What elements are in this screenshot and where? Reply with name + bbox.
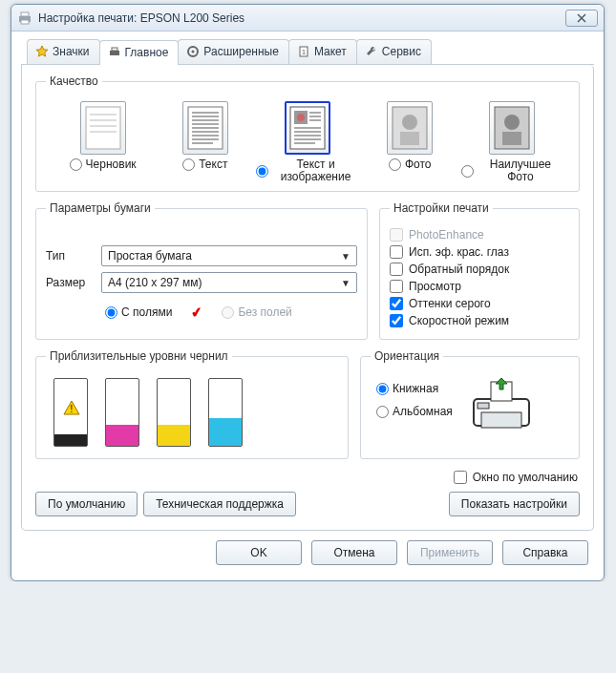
tab-layout[interactable]: 1 Макет bbox=[288, 39, 357, 64]
tab-label: Расширенные bbox=[203, 45, 279, 58]
help-button[interactable]: Справка bbox=[502, 540, 588, 565]
chevron-down-icon: ▼ bbox=[341, 251, 350, 262]
paper-group: Параметры бумаги Тип Простая бумага ▼ Ра… bbox=[35, 201, 368, 340]
tab-main[interactable]: Главное bbox=[99, 40, 180, 65]
dialog-body: Значки Главное Расширенные 1 Макет Серви… bbox=[11, 32, 604, 580]
quality-group: Качество Черновик Текст bbox=[35, 74, 580, 192]
window-title: Настройка печати: EPSON L200 Series bbox=[38, 11, 565, 25]
chk-reverse[interactable]: Обратный порядок bbox=[390, 263, 569, 276]
ink-group: Приблизительные уровни чернил ! bbox=[35, 349, 349, 459]
printer-orientation-icon bbox=[464, 376, 539, 433]
quality-thumb-text-image[interactable] bbox=[285, 101, 330, 155]
paper-type-combo[interactable]: Простая бумага ▼ bbox=[101, 245, 357, 266]
quality-thumb-best-photo[interactable] bbox=[489, 101, 535, 155]
tab-advanced[interactable]: Расширенные bbox=[178, 39, 289, 64]
printer-tab-icon bbox=[108, 46, 121, 59]
quality-option-draft: Черновик bbox=[52, 101, 154, 183]
titlebar: Настройка печати: EPSON L200 Series bbox=[11, 5, 604, 32]
layout-icon: 1 bbox=[297, 45, 310, 58]
orientation-options: Книжная Альбомная bbox=[376, 376, 453, 418]
tab-strip: Значки Главное Расширенные 1 Макет Серви… bbox=[21, 39, 594, 65]
svg-point-39 bbox=[504, 115, 520, 130]
svg-point-26 bbox=[297, 114, 305, 121]
svg-rect-4 bbox=[112, 48, 117, 51]
print-settings-legend: Настройки печати bbox=[390, 201, 493, 215]
tab-label: Сервис bbox=[382, 45, 421, 58]
ok-button[interactable]: OK bbox=[216, 540, 302, 565]
quality-thumb-draft[interactable] bbox=[80, 101, 126, 155]
borders-with-radio[interactable]: С полями bbox=[105, 305, 172, 319]
paper-legend: Параметры бумаги bbox=[46, 201, 155, 215]
quality-legend: Качество bbox=[46, 74, 102, 88]
svg-point-36 bbox=[402, 115, 417, 130]
quality-radio-photo[interactable]: Фото bbox=[389, 158, 432, 171]
print-settings-group: Настройки печати PhotoEnhance Исп. эф. к… bbox=[379, 201, 580, 340]
svg-rect-9 bbox=[86, 107, 120, 149]
paper-size-label: Размер bbox=[46, 276, 101, 289]
paper-type-label: Тип bbox=[46, 249, 101, 263]
tech-support-button[interactable]: Техническая поддержка bbox=[143, 492, 296, 516]
tab-panel-main: Качество Черновик Текст bbox=[21, 65, 594, 531]
quality-option-text: Текст bbox=[154, 101, 256, 183]
defaults-button[interactable]: По умолчанию bbox=[35, 492, 138, 516]
svg-rect-37 bbox=[400, 132, 419, 145]
svg-rect-40 bbox=[502, 132, 521, 145]
orientation-inner: Книжная Альбомная bbox=[371, 372, 569, 437]
paper-size-row: Размер A4 (210 x 297 мм) ▼ bbox=[46, 272, 357, 293]
star-icon bbox=[35, 45, 49, 58]
mid-row: Параметры бумаги Тип Простая бумага ▼ Ра… bbox=[35, 201, 580, 349]
paper-type-row: Тип Простая бумага ▼ bbox=[46, 245, 357, 266]
chk-redeye[interactable]: Исп. эф. крас. глаз bbox=[390, 245, 569, 259]
default-window-row: Окно по умолчанию bbox=[37, 471, 578, 484]
orientation-legend: Ориентация bbox=[371, 349, 443, 363]
svg-rect-2 bbox=[21, 20, 29, 24]
paper-size-value: A4 (210 x 297 мм) bbox=[108, 276, 202, 289]
svg-rect-1 bbox=[21, 12, 29, 16]
photo-gray-icon bbox=[391, 105, 429, 151]
svg-text:1: 1 bbox=[302, 48, 307, 56]
gear-icon bbox=[186, 45, 200, 58]
borders-without-radio: Без полей bbox=[222, 305, 291, 319]
photo-icon bbox=[493, 105, 531, 151]
quality-radio-draft[interactable]: Черновик bbox=[70, 158, 137, 171]
ink-cartridge-magenta bbox=[105, 378, 139, 447]
chk-preview[interactable]: Просмотр bbox=[390, 280, 569, 293]
page-text-image-icon bbox=[288, 105, 327, 151]
orientation-portrait-radio[interactable]: Книжная bbox=[376, 382, 453, 395]
panel-button-row: По умолчанию Техническая поддержка Показ… bbox=[35, 492, 580, 516]
svg-text:!: ! bbox=[71, 404, 74, 414]
quality-row: Черновик Текст Текст и изображение bbox=[46, 97, 569, 183]
quality-option-photo: Фото bbox=[359, 101, 461, 183]
paper-borders-row: С полями ✔ Без полей bbox=[46, 299, 357, 320]
page-draft-icon bbox=[84, 105, 122, 151]
paper-type-value: Простая бумага bbox=[108, 249, 192, 263]
ink-cartridge-cyan bbox=[208, 378, 243, 447]
tab-label: Макет bbox=[314, 45, 347, 58]
annotation-swoosh: ✔ bbox=[190, 304, 204, 321]
ink-row: ! bbox=[46, 372, 338, 451]
chevron-down-icon: ▼ bbox=[341, 278, 350, 288]
printer-icon bbox=[17, 11, 32, 26]
tab-label: Значки bbox=[53, 45, 90, 58]
chk-default-window[interactable]: Окно по умолчанию bbox=[454, 471, 578, 484]
apply-button: Применить bbox=[407, 540, 493, 565]
quality-option-text-image: Текст и изображение bbox=[256, 101, 358, 183]
cancel-button[interactable]: Отмена bbox=[311, 540, 397, 565]
orientation-landscape-radio[interactable]: Альбомная bbox=[376, 405, 453, 418]
paper-size-combo[interactable]: A4 (210 x 297 мм) ▼ bbox=[101, 272, 357, 293]
ink-cartridge-black: ! bbox=[53, 378, 88, 447]
quality-radio-text-image[interactable]: Текст и изображение bbox=[256, 158, 358, 183]
close-button[interactable] bbox=[565, 10, 598, 27]
chk-grayscale[interactable]: Оттенки серого bbox=[390, 297, 569, 310]
quality-radio-best-photo[interactable]: Наилучшее Фото bbox=[461, 158, 563, 183]
ink-cartridge-yellow bbox=[157, 378, 191, 447]
show-settings-button[interactable]: Показать настройки bbox=[449, 492, 580, 516]
tab-icons[interactable]: Значки bbox=[27, 39, 100, 64]
quality-option-best-photo: Наилучшее Фото bbox=[461, 101, 563, 183]
quality-thumb-photo[interactable] bbox=[387, 101, 433, 155]
chk-highspeed[interactable]: Скоростной режим bbox=[390, 314, 569, 327]
tab-service[interactable]: Сервис bbox=[356, 39, 432, 64]
svg-rect-43 bbox=[481, 412, 521, 428]
quality-thumb-text[interactable] bbox=[182, 101, 228, 155]
quality-radio-text[interactable]: Текст bbox=[182, 158, 227, 171]
